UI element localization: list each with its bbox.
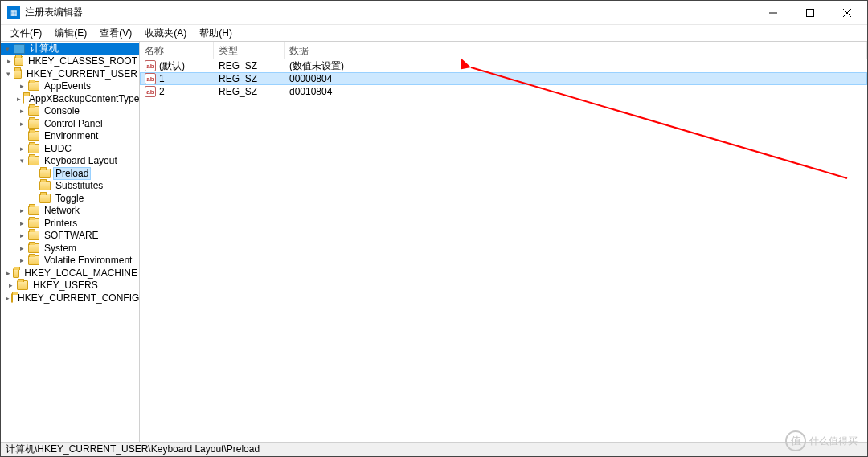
- list-row[interactable]: ab1REG_SZ00000804: [140, 72, 867, 85]
- menu-favorites[interactable]: 收藏夹(A): [138, 25, 193, 42]
- tree-item-label: Keyboard Layout: [43, 155, 119, 166]
- list-row[interactable]: ab2REG_SZd0010804: [140, 85, 867, 98]
- cell-type: REG_SZ: [214, 86, 285, 97]
- string-value-icon: ab: [145, 60, 156, 71]
- folder-icon: [28, 218, 39, 228]
- collapse-icon[interactable]: ▾: [17, 156, 27, 165]
- expand-icon[interactable]: ▸: [17, 243, 27, 253]
- svg-rect-1: [807, 9, 814, 16]
- tree-item-label: SOFTWARE: [43, 230, 100, 241]
- folder-icon: [28, 106, 39, 116]
- collapse-icon[interactable]: ▾: [6, 69, 12, 79]
- tree-item-label: HKEY_USERS: [31, 280, 100, 291]
- folder-icon: [23, 94, 24, 104]
- maximize-button[interactable]: [792, 1, 829, 25]
- expand-icon[interactable]: ▸: [6, 293, 10, 303]
- tree-item-label: Control Panel: [43, 118, 104, 129]
- tree-item-label: Toggle: [54, 193, 85, 204]
- minimize-button[interactable]: [755, 1, 792, 25]
- expand-icon[interactable]: ▸: [6, 280, 15, 290]
- folder-icon: [28, 243, 39, 253]
- tree-item[interactable]: ▸SOFTWARE: [1, 230, 139, 243]
- expand-icon[interactable]: ▸: [17, 255, 27, 265]
- content-area: ▾ 计算机 ▸HKEY_CLASSES_ROOT▾HKEY_CURRENT_US…: [1, 41, 867, 442]
- tree-item[interactable]: ▸AppXBackupContentType: [1, 92, 139, 105]
- tree-item[interactable]: ▸HKEY_CURRENT_CONFIG: [1, 292, 139, 304]
- menu-bar: 文件(F) 编辑(E) 查看(V) 收藏夹(A) 帮助(H): [1, 25, 867, 41]
- list-pane[interactable]: 名称 类型 数据 ab(默认)REG_SZ(数值未设置)ab1REG_SZ000…: [140, 42, 867, 442]
- cell-type: REG_SZ: [214, 60, 285, 71]
- expand-icon[interactable]: ▸: [6, 56, 13, 66]
- string-value-icon: ab: [145, 73, 156, 84]
- menu-view[interactable]: 查看(V): [93, 25, 138, 42]
- tree-item[interactable]: ▸EUDC: [1, 142, 139, 155]
- expand-icon[interactable]: ▸: [17, 218, 27, 228]
- tree-item-label: System: [43, 243, 78, 254]
- folder-icon: [13, 268, 20, 278]
- tree-item[interactable]: Toggle: [1, 192, 139, 205]
- cell-data: 00000804: [285, 73, 867, 84]
- tree-item-label: HKEY_CURRENT_CONFIG: [16, 292, 140, 304]
- tree-item[interactable]: ▸System: [1, 242, 139, 255]
- tree-item-label: EUDC: [43, 143, 73, 154]
- computer-icon: [14, 44, 25, 54]
- col-type[interactable]: 类型: [214, 42, 285, 59]
- tree-item[interactable]: ▸Printers: [1, 217, 139, 230]
- folder-icon: [28, 119, 39, 129]
- tree-item[interactable]: ▸HKEY_LOCAL_MACHINE: [1, 267, 139, 280]
- list-row[interactable]: ab(默认)REG_SZ(数值未设置): [140, 59, 867, 72]
- close-button[interactable]: [829, 1, 866, 25]
- expand-icon[interactable]: ▸: [17, 144, 27, 153]
- folder-icon: [28, 255, 39, 265]
- expand-icon[interactable]: ▾: [2, 44, 12, 54]
- cell-data: (数值未设置): [285, 59, 867, 73]
- tree-item-label: HKEY_CURRENT_USER: [25, 68, 139, 80]
- tree-item[interactable]: Substitutes: [1, 180, 139, 193]
- tree-item[interactable]: ▸AppEvents: [1, 80, 139, 93]
- tree-root-label: 计算机: [28, 42, 60, 55]
- status-path: 计算机\HKEY_CURRENT_USER\Keyboard Layout\Pr…: [6, 443, 260, 456]
- menu-file[interactable]: 文件(F): [4, 25, 48, 42]
- tree-item[interactable]: ▸HKEY_CLASSES_ROOT: [1, 55, 139, 68]
- expand-icon[interactable]: ▸: [17, 119, 27, 129]
- cell-name: ab2: [140, 86, 214, 97]
- expand-icon[interactable]: ▸: [17, 81, 27, 91]
- tree-item[interactable]: ▸Network: [1, 205, 139, 218]
- tree-root[interactable]: ▾ 计算机: [1, 43, 139, 55]
- folder-icon: [39, 181, 51, 190]
- tree-item[interactable]: ▸HKEY_USERS: [1, 280, 139, 292]
- tree-item[interactable]: ▸Volatile Environment: [1, 255, 139, 267]
- folder-icon: [28, 231, 39, 240]
- col-name[interactable]: 名称: [140, 42, 214, 59]
- tree-item-label: Network: [43, 205, 81, 216]
- tree-item[interactable]: ▸Control Panel: [1, 117, 139, 130]
- expand-icon[interactable]: ▸: [6, 268, 11, 278]
- tree-item-label: HKEY_LOCAL_MACHINE: [23, 267, 139, 279]
- app-icon: ▦: [7, 6, 20, 19]
- expand-icon[interactable]: ▸: [17, 231, 27, 240]
- folder-icon: [39, 194, 51, 203]
- menu-help[interactable]: 帮助(H): [193, 25, 239, 42]
- cell-data: d0010804: [285, 86, 867, 97]
- tree-item-label: HKEY_CLASSES_ROOT: [27, 55, 139, 67]
- tree-item[interactable]: ▾Keyboard Layout: [1, 155, 139, 168]
- menu-edit[interactable]: 编辑(E): [48, 25, 93, 42]
- folder-icon: [28, 81, 39, 91]
- tree-item-label: AppEvents: [43, 80, 92, 92]
- folder-icon: [28, 144, 39, 153]
- window-title: 注册表编辑器: [25, 6, 755, 19]
- expand-icon[interactable]: ▸: [17, 106, 27, 116]
- tree-item[interactable]: Preload: [1, 167, 139, 180]
- expand-icon[interactable]: ▸: [17, 206, 27, 215]
- tree-item-label: Volatile Environment: [43, 255, 133, 266]
- tree-item-label: Substitutes: [54, 180, 104, 191]
- col-data[interactable]: 数据: [285, 42, 867, 59]
- folder-icon: [14, 56, 23, 66]
- expand-icon[interactable]: ▸: [17, 94, 21, 104]
- string-value-icon: ab: [145, 86, 156, 97]
- folder-icon: [17, 280, 28, 290]
- tree-item[interactable]: ▸Console: [1, 105, 139, 118]
- tree-item[interactable]: ▾HKEY_CURRENT_USER: [1, 67, 139, 80]
- tree-item[interactable]: Environment: [1, 130, 139, 143]
- tree-pane[interactable]: ▾ 计算机 ▸HKEY_CLASSES_ROOT▾HKEY_CURRENT_US…: [1, 42, 140, 442]
